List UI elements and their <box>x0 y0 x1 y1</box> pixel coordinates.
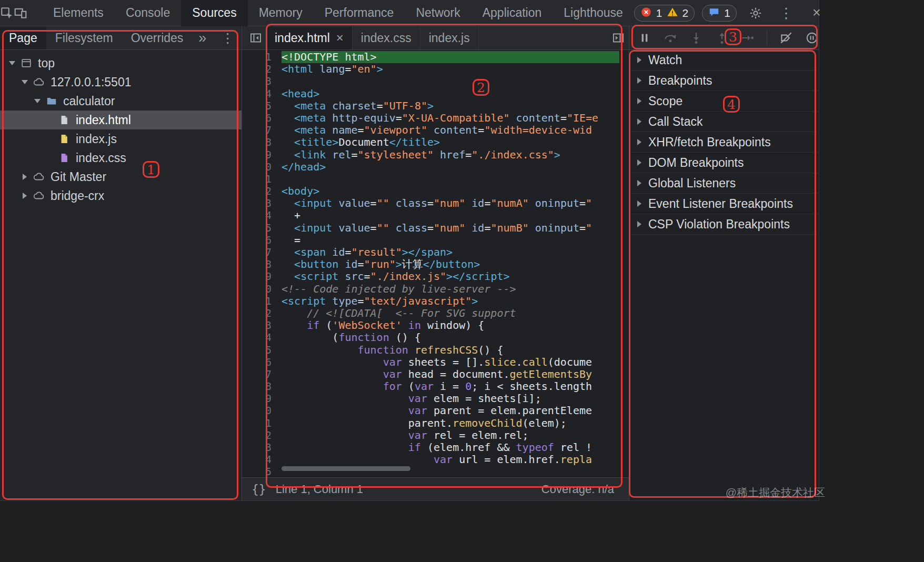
issues-icon <box>708 6 720 20</box>
tree-item-label: index.js <box>76 132 117 146</box>
watermark: @稀土掘金技术社区 <box>726 485 825 500</box>
line-number: 1 <box>242 295 272 307</box>
line-number: 0 <box>242 405 272 417</box>
code-line: (function () { <box>282 332 619 344</box>
navigator-tab-overrides[interactable]: Overrides <box>122 26 193 49</box>
line-number: 3 <box>242 75 272 87</box>
line-number: 2 <box>242 307 272 319</box>
section-scope[interactable]: Scope <box>629 91 819 112</box>
step-icon[interactable] <box>741 31 755 45</box>
code-line: <button id="run">计算</button> <box>282 258 619 270</box>
navigator-tab-page[interactable]: Page <box>0 26 46 49</box>
section-global-listeners[interactable]: Global Listeners <box>629 173 819 194</box>
code-line: var rel = elem.rel; <box>282 429 619 441</box>
code-line: <script src="./index.js"></script> <box>282 270 619 283</box>
chevron-collapsed-icon[interactable] <box>23 174 27 180</box>
code-line: function refreshCSS() { <box>282 344 619 356</box>
toolbar-right-controls: 1 2 1 ⋮ × <box>634 0 831 26</box>
panel-tab-lighthouse[interactable]: Lighthouse <box>553 0 634 26</box>
deactivate-breakpoints-icon[interactable] <box>779 31 793 45</box>
panel-tab-performance[interactable]: Performance <box>314 0 405 26</box>
tree-item-calculator[interactable]: calculator <box>0 92 242 111</box>
tree-item-index-js[interactable]: index.js <box>0 129 242 148</box>
panel-tab-elements[interactable]: Elements <box>42 0 115 26</box>
settings-gear-icon[interactable] <box>744 0 767 26</box>
horizontal-scrollbar[interactable] <box>282 466 410 471</box>
code-editor[interactable]: 12345678901234567890123456789012345 <!DO… <box>242 50 629 477</box>
line-number: 1 <box>242 173 272 185</box>
tree-item-label: calculator <box>63 94 115 108</box>
tree-item-bridge-crx[interactable]: bridge-crx <box>0 186 242 205</box>
code-line: <meta name="viewport" content="width=dev… <box>282 124 619 136</box>
console-status-badge[interactable]: 1 2 <box>634 5 695 22</box>
tree-item-index-html[interactable]: index.html <box>0 111 242 129</box>
screenshot-canvas: ElementsConsoleSourcesMemoryPerformanceN… <box>0 0 924 562</box>
panel-tab-memory[interactable]: Memory <box>248 0 314 26</box>
toggle-navigator-icon[interactable] <box>245 25 266 51</box>
section-xhr-fetch-breakpoints[interactable]: XHR/fetch Breakpoints <box>629 132 819 153</box>
device-toolbar-icon[interactable] <box>14 0 27 26</box>
step-over-icon[interactable] <box>664 31 677 45</box>
devtools-window: ElementsConsoleSourcesMemoryPerformanceN… <box>0 0 819 501</box>
code-line: + <box>282 209 619 222</box>
section-call-stack[interactable]: Call Stack <box>629 112 819 132</box>
section-label: Global Listeners <box>648 176 736 190</box>
code-line: <title>Document</title> <box>282 136 619 148</box>
chevron-collapsed-icon <box>637 221 641 227</box>
line-number: 9 <box>242 270 272 283</box>
panel-tab-sources[interactable]: Sources <box>181 0 247 26</box>
navigator-tab-filesystem[interactable]: Filesystem <box>46 26 122 49</box>
section-label: Call Stack <box>648 115 703 129</box>
tree-item-127-0-0-1-5501[interactable]: 127.0.0.1:5501 <box>0 73 242 92</box>
issues-badge[interactable]: 1 <box>702 5 737 22</box>
step-out-icon[interactable] <box>715 31 729 45</box>
line-number: 4 <box>242 454 272 466</box>
section-breakpoints[interactable]: Breakpoints <box>629 71 819 91</box>
code-line: <input value="" class="num" id="numA" on… <box>282 197 619 209</box>
section-watch[interactable]: Watch <box>629 50 819 71</box>
chevron-expanded-icon[interactable] <box>9 61 15 65</box>
section-label: XHR/fetch Breakpoints <box>648 135 771 149</box>
chevron-collapsed-icon <box>637 139 641 145</box>
step-into-icon[interactable] <box>689 31 703 45</box>
pretty-print-icon[interactable]: {} <box>252 483 266 496</box>
line-number: 1 <box>242 51 272 63</box>
panel-tab-console[interactable]: Console <box>115 0 181 26</box>
tree-item-label: top <box>38 56 55 71</box>
tree-item-label: index.html <box>76 113 131 127</box>
chevron-expanded-icon[interactable] <box>34 99 41 103</box>
code-line: var parent = elem.parentEleme <box>282 405 619 417</box>
editor-overflow-icon[interactable] <box>608 25 629 51</box>
line-number: 6 <box>242 356 272 368</box>
editor-tab-index-css[interactable]: index.css <box>353 26 420 49</box>
chevron-collapsed-icon[interactable] <box>23 193 27 199</box>
panel-tab-network[interactable]: Network <box>405 0 471 26</box>
debugger-sections: WatchBreakpointsScopeCall StackXHR/fetch… <box>629 50 819 235</box>
tree-item-git-master[interactable]: Git Master <box>0 167 242 186</box>
editor-tab-index-html[interactable]: index.html× <box>266 26 353 49</box>
line-number: 4 <box>242 209 272 222</box>
line-number: 7 <box>242 368 272 380</box>
editor-tab-index-js[interactable]: index.js <box>420 26 479 49</box>
editor-status-bar: {} Line 1, Column 1 Coverage: n/a <box>242 477 629 500</box>
navigator-menu-kebab-icon[interactable]: ⋮ <box>213 31 243 46</box>
chevron-expanded-icon[interactable] <box>22 80 28 84</box>
tree-item-label: index.css <box>76 151 126 165</box>
more-tabs-icon[interactable]: » <box>192 30 213 46</box>
close-tab-icon[interactable]: × <box>336 31 344 45</box>
section-event-listener-breakpoints[interactable]: Event Listener Breakpoints <box>629 194 819 214</box>
file-css-icon <box>57 151 72 165</box>
code-lines[interactable]: <!DOCTYPE html><html lang="en"><head> <m… <box>277 50 619 477</box>
more-options-kebab-icon[interactable]: ⋮ <box>775 0 798 26</box>
close-devtools-icon[interactable]: × <box>805 0 828 26</box>
tree-item-top[interactable]: top <box>0 54 242 73</box>
inspect-icon[interactable] <box>0 0 14 26</box>
chevron-collapsed-icon <box>637 180 641 186</box>
panel-tab-application[interactable]: Application <box>471 0 553 26</box>
tree-item-index-css[interactable]: index.css <box>0 148 242 167</box>
error-count: 1 <box>656 7 662 19</box>
pause-on-exceptions-icon[interactable] <box>805 31 819 45</box>
section-csp-violation-breakpoints[interactable]: CSP Violation Breakpoints <box>629 214 819 235</box>
pause-icon[interactable] <box>638 31 651 45</box>
section-dom-breakpoints[interactable]: DOM Breakpoints <box>629 153 819 173</box>
